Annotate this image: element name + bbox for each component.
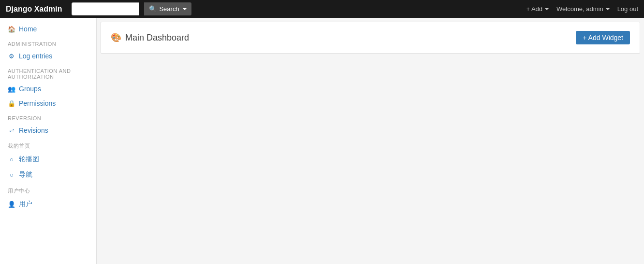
sidebar-item-carousel[interactable]: ○ 轮播图 (0, 152, 96, 167)
main-dashboard-title: 🎨 Main Dashboard (111, 32, 189, 43)
dashboard-icon: 🎨 (111, 32, 121, 43)
search-icon: 🔍 (149, 5, 157, 13)
dashboard-title-text: Main Dashboard (125, 33, 189, 43)
add-button[interactable]: + Add (526, 5, 549, 13)
log-entries-icon: ⚙ (8, 53, 15, 60)
add-widget-label: + Add Widget (583, 34, 623, 42)
user-icon: 👤 (8, 201, 15, 208)
welcome-menu[interactable]: Welcome, admin (556, 5, 610, 13)
welcome-label: Welcome, admin (556, 5, 603, 13)
carousel-label: 轮播图 (19, 155, 39, 164)
carousel-icon: ○ (8, 156, 15, 163)
nav-icon: ○ (8, 171, 15, 179)
section-label-mypage: 我的首页 (0, 138, 96, 152)
search-button[interactable]: 🔍 Search (144, 2, 191, 15)
groups-label: Groups (19, 85, 41, 93)
add-dropdown-icon (545, 8, 549, 10)
sidebar-item-revisions[interactable]: ⇌ Revisions (0, 123, 96, 138)
section-label-user-center: 用户中心 (0, 182, 96, 196)
permissions-icon: 🔒 (8, 100, 15, 107)
home-icon: 🏠 (8, 26, 15, 33)
search-label: Search (159, 5, 179, 13)
nav-label: 导航 (19, 170, 32, 179)
main-header: 🎨 Main Dashboard + Add Widget (101, 22, 640, 54)
sidebar-item-user[interactable]: 👤 用户 (0, 196, 96, 212)
sidebar-item-nav[interactable]: ○ 导航 (0, 167, 96, 182)
layout: 🏠 Home ADMINISTRATION ⚙ Log entries AUTH… (0, 18, 644, 264)
sidebar: 🏠 Home ADMINISTRATION ⚙ Log entries AUTH… (0, 18, 97, 264)
logout-button[interactable]: Log out (617, 5, 638, 13)
add-widget-button[interactable]: + Add Widget (576, 31, 630, 44)
sidebar-item-permissions[interactable]: 🔒 Permissions (0, 96, 96, 111)
sidebar-home-label: Home (19, 25, 37, 33)
welcome-dropdown-icon (606, 8, 610, 10)
sidebar-item-home[interactable]: 🏠 Home (0, 22, 96, 36)
topbar-right: + Add Welcome, admin Log out (526, 5, 638, 13)
log-entries-label: Log entries (19, 52, 52, 60)
topbar: Django Xadmin 🔍 Search + Add Welcome, ad… (0, 0, 644, 18)
main-content: 🎨 Main Dashboard + Add Widget (97, 18, 644, 264)
permissions-label: Permissions (19, 99, 56, 107)
brand-title: Django Xadmin (6, 5, 62, 14)
sidebar-item-groups[interactable]: 👥 Groups (0, 82, 96, 96)
sidebar-item-log-entries[interactable]: ⚙ Log entries (0, 49, 96, 63)
section-label-auth: AUTHENTICATION ANDAUTHORIZATION (0, 63, 96, 82)
search-input[interactable] (72, 2, 139, 15)
add-label: + Add (526, 5, 542, 13)
groups-icon: 👥 (8, 85, 15, 93)
section-label-administration: ADMINISTRATION (0, 36, 96, 49)
section-label-reversion: REVERSION (0, 111, 96, 123)
revisions-label: Revisions (19, 126, 48, 134)
revisions-icon: ⇌ (8, 127, 15, 134)
user-label: 用户 (19, 200, 32, 208)
search-dropdown-icon (183, 8, 187, 10)
